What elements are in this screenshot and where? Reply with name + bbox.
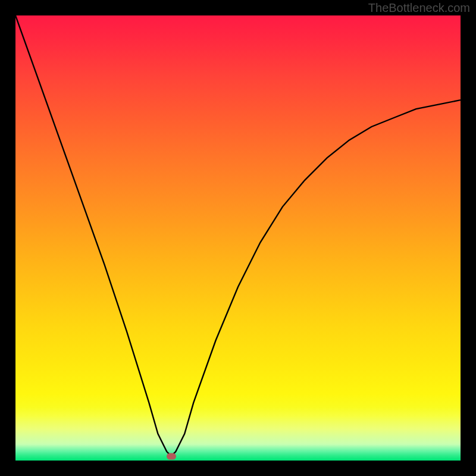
chart-frame bbox=[15, 15, 461, 461]
chart-marker bbox=[167, 453, 176, 459]
chart-curve bbox=[15, 15, 461, 461]
watermark-text: TheBottleneck.com bbox=[368, 1, 470, 15]
bottleneck-curve-path bbox=[15, 15, 461, 456]
